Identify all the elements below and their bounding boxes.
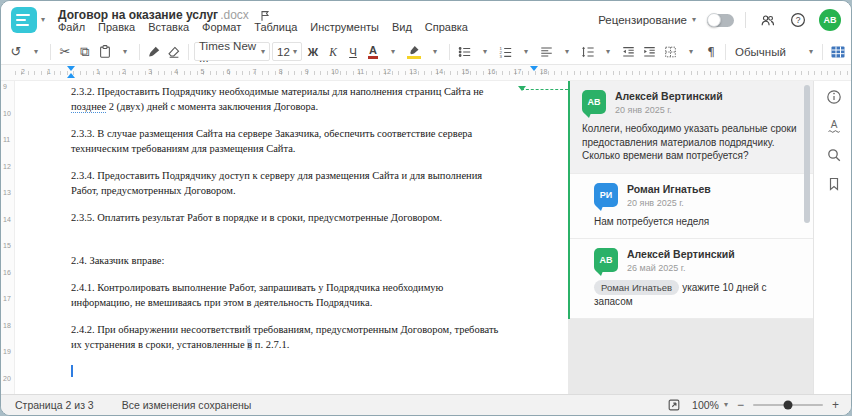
menu-item-Вставка[interactable]: Вставка xyxy=(148,21,189,33)
clear-style-button[interactable] xyxy=(165,42,183,62)
ruler-number: 12 xyxy=(3,163,11,170)
fit-to-width-icon[interactable] xyxy=(665,396,683,414)
font-color-caret-icon[interactable]: ▾ xyxy=(384,42,402,62)
app-logo-icon[interactable] xyxy=(11,7,37,33)
paragraph-style-select[interactable]: Обычный▾ xyxy=(731,42,817,62)
document-line: 2.4.1. Контролировать выполнение Работ, … xyxy=(71,281,550,296)
mention-chip[interactable]: Роман Игнатьев xyxy=(594,280,679,295)
underline-button[interactable]: Ч xyxy=(344,42,362,62)
comment-card[interactable]: АВАлексей Вертинский26 май 2025 г.Роман … xyxy=(570,239,813,319)
collaboration-users-icon[interactable] xyxy=(757,10,777,30)
undo-caret-icon[interactable]: ▾ xyxy=(27,42,45,62)
show-paragraph-marks-button[interactable]: ¶ xyxy=(702,42,720,62)
header-bar: ▾ Договор на оказание услуг.docx ФайлПра… xyxy=(1,1,851,39)
comment-card[interactable]: РИРоман Игнатьев20 янв 2025 г.Нам потреб… xyxy=(570,174,813,240)
vertical-ruler[interactable]: 91011121314151617181920 xyxy=(1,81,15,394)
zoom-level[interactable]: 100% xyxy=(692,399,719,411)
document-info-icon[interactable] xyxy=(825,88,843,106)
line-spacing-caret-icon[interactable]: ▾ xyxy=(599,42,617,62)
menu-item-Вид[interactable]: Вид xyxy=(392,21,412,33)
font-size-select[interactable]: 12▾ xyxy=(272,42,302,61)
document-paragraph[interactable]: 2.3.2. Предоставить Подрядчику необходим… xyxy=(71,85,550,114)
document-paragraph[interactable]: 2.3.5. Оплатить результат Работ в порядк… xyxy=(71,211,550,226)
search-icon[interactable] xyxy=(825,146,843,164)
insert-table-button[interactable] xyxy=(828,42,848,62)
font-color-button[interactable]: А xyxy=(364,42,382,62)
ruler-number: 20 xyxy=(3,375,11,382)
paste-button[interactable] xyxy=(96,42,114,62)
zoom-caret-icon[interactable]: ▾ xyxy=(724,401,728,409)
zoom-slider-knob[interactable] xyxy=(783,401,792,410)
svg-text:?: ? xyxy=(796,15,801,25)
menu-item-Правка[interactable]: Правка xyxy=(98,21,135,33)
menu-item-Справка[interactable]: Справка xyxy=(425,21,468,33)
vertical-scrollbar[interactable] xyxy=(804,85,810,223)
menu-item-Инструменты[interactable]: Инструменты xyxy=(310,21,379,33)
ruler-number: 11 xyxy=(357,68,364,75)
comment-card[interactable]: АВАлексей Вертинский20 янв 2025 г.Коллег… xyxy=(570,81,813,174)
copy-button[interactable]: ⧉ xyxy=(76,42,94,62)
document-paragraph[interactable]: 2.3.4. Предоставить Подрядчику доступ к … xyxy=(71,169,550,198)
bold-button[interactable]: Ж xyxy=(304,42,322,62)
ruler-number: 13 xyxy=(409,68,417,75)
increase-indent-button[interactable] xyxy=(640,42,659,62)
numbered-list-button[interactable]: 123 xyxy=(496,42,515,62)
document-paragraph[interactable]: 2.4.2. При обнаружении несоответствий тр… xyxy=(71,323,550,352)
first-line-indent-marker[interactable] xyxy=(67,66,75,71)
svg-text:А: А xyxy=(830,119,837,130)
zoom-slider[interactable] xyxy=(753,404,823,406)
decrease-indent-button[interactable] xyxy=(619,42,638,62)
paragraph-borders-button[interactable] xyxy=(661,42,680,62)
align-caret-icon[interactable]: ▾ xyxy=(558,42,576,62)
cut-button[interactable]: ✂ xyxy=(56,42,74,62)
align-button[interactable] xyxy=(537,42,556,62)
document-line: 2.3.4. Предоставить Подрядчику доступ к … xyxy=(71,169,550,184)
help-icon[interactable]: ? xyxy=(788,10,808,30)
ruler-number: 16 xyxy=(488,68,496,75)
comment-meta: Роман Игнатьев20 янв 2025 г. xyxy=(627,183,711,208)
spellcheck-icon[interactable]: А xyxy=(825,117,843,135)
menu-item-Таблица[interactable]: Таблица xyxy=(254,21,297,33)
ruler-number: 18 xyxy=(540,68,548,75)
format-painter-button[interactable] xyxy=(145,42,163,62)
font-name-select[interactable]: Times New ...▾ xyxy=(194,42,270,61)
page-indicator[interactable]: Страница 2 из 3 xyxy=(15,399,94,411)
comment-text: Нам потребуется неделя xyxy=(594,215,801,229)
zoom-out-button[interactable]: − xyxy=(737,398,744,412)
document-page[interactable]: 2.3.2. Предоставить Подрядчику необходим… xyxy=(15,81,568,394)
logo-caret-icon[interactable]: ▾ xyxy=(41,16,45,24)
review-caret-icon[interactable]: ▾ xyxy=(692,16,696,24)
document-line: Работ, предусмотренных Договором. xyxy=(71,184,550,199)
highlight-caret-icon[interactable]: ▾ xyxy=(426,42,444,62)
undo-button[interactable]: ↺ xyxy=(7,42,25,62)
document-content[interactable]: 2.3.2. Предоставить Подрядчику необходим… xyxy=(15,81,568,377)
bullet-list-caret-icon[interactable]: ▾ xyxy=(476,42,494,62)
editor-window: ▾ Договор на оказание услуг.docx ФайлПра… xyxy=(0,0,852,416)
borders-caret-icon[interactable]: ▾ xyxy=(682,42,700,62)
svg-text:3: 3 xyxy=(499,53,502,58)
document-paragraph[interactable]: 2.4.1. Контролировать выполнение Работ, … xyxy=(71,281,550,310)
hanging-indent-marker[interactable] xyxy=(67,73,75,78)
text-cursor xyxy=(71,365,73,377)
menu-item-Файл[interactable]: Файл xyxy=(58,21,85,33)
review-toggle[interactable] xyxy=(707,14,734,27)
ruler-number: 15 xyxy=(461,68,469,75)
user-avatar[interactable]: АВ xyxy=(819,9,841,31)
bookmark-icon[interactable] xyxy=(825,175,843,193)
menu-item-Формат[interactable]: Формат xyxy=(202,21,241,33)
comment-date: 20 янв 2025 г. xyxy=(627,198,711,208)
table-caret-icon[interactable]: ▾ xyxy=(850,42,851,62)
review-mode-label[interactable]: Рецензирование xyxy=(598,14,687,26)
italic-button[interactable]: К xyxy=(324,42,342,62)
highlight-color-button[interactable] xyxy=(404,42,424,62)
paste-caret-icon[interactable]: ▾ xyxy=(116,42,134,62)
ruler-number: 14 xyxy=(3,216,11,223)
right-indent-marker[interactable] xyxy=(530,66,538,71)
document-paragraph[interactable]: 2.4. Заказчик вправе: xyxy=(71,254,550,269)
line-spacing-button[interactable] xyxy=(578,42,597,62)
numbered-list-caret-icon[interactable]: ▾ xyxy=(517,42,535,62)
horizontal-ruler[interactable]: 21123456789101112131415161718 xyxy=(15,65,851,80)
zoom-in-button[interactable]: + xyxy=(832,398,839,412)
document-paragraph[interactable]: 2.3.3. В случае размещения Сайта на серв… xyxy=(71,127,550,156)
bullet-list-button[interactable] xyxy=(455,42,474,62)
